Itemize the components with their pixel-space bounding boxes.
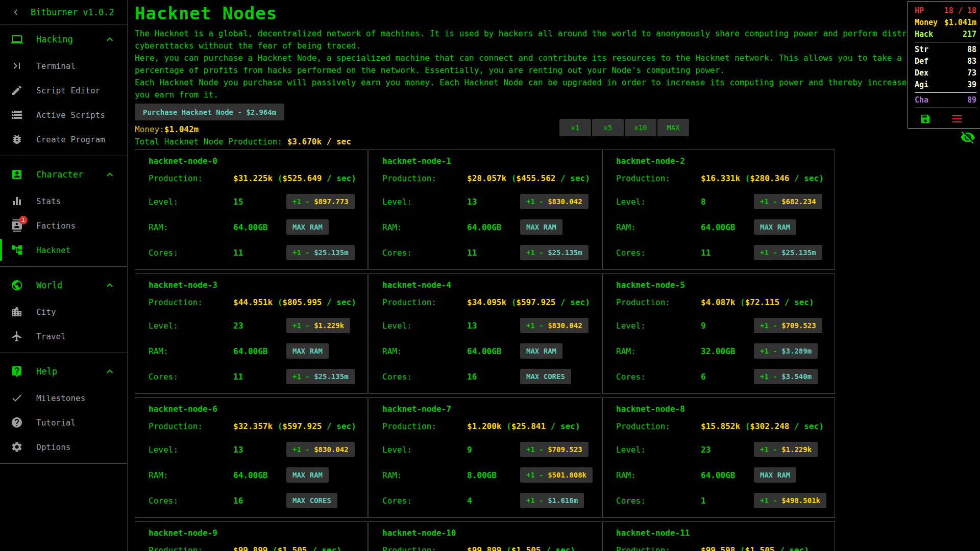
production-rate: $805.995 (282, 297, 322, 307)
hacknet-node-card: hacknet-node-7Production:$1.200k ($25.84… (369, 397, 601, 518)
max-cores-button[interactable]: MAX CORES (520, 369, 571, 384)
upgrade-level--button[interactable]: +1 - $830.042 (520, 318, 589, 333)
purchase-hacknet-node-button[interactable]: Purchase Hacknet Node - $2.964m (135, 104, 284, 120)
row-label: Cores: (149, 372, 233, 382)
sidebar-divider (0, 353, 127, 353)
stat-row-dex: Dex73 (915, 67, 976, 79)
upgrade-level--button[interactable]: +1 - $682.234 (754, 194, 822, 209)
multiplier-button-x10[interactable]: x10 (625, 119, 656, 136)
sidebar-section-hacking[interactable]: Hacking (0, 25, 127, 54)
hacknet-node-card: hacknet-node-3Production:$44.951k ($805.… (135, 273, 368, 394)
max-ram-button[interactable]: MAX RAM (286, 219, 329, 235)
row-value: 16 (467, 372, 520, 382)
upgrade-ram--button[interactable]: +1 - $501.808k (520, 467, 593, 483)
save-game-button[interactable] (920, 113, 931, 124)
upgrade-price: $498.501k (781, 496, 820, 505)
sidebar-item-label: Travel (36, 332, 66, 341)
row-value: 16 (233, 496, 286, 506)
row-label: Level: (149, 197, 233, 207)
description-line: Each Hacknet Node you purchase will pass… (135, 77, 980, 89)
row-label: Cores: (149, 248, 233, 258)
upgrade-ram--button[interactable]: +1 - $3.289m (754, 343, 818, 359)
row-label: RAM: (149, 222, 233, 232)
max-cores-button[interactable]: MAX CORES (286, 493, 337, 508)
upgrade-cores--button[interactable]: +1 - $25.135m (286, 369, 355, 384)
max-ram-button[interactable]: MAX RAM (520, 343, 562, 359)
upgrade-cores--button[interactable]: +1 - $3.540m (754, 369, 818, 384)
contacts-icon: 1 (11, 219, 23, 232)
sidebar-item-active-scripts[interactable]: Active Scripts (0, 103, 127, 127)
sidebar-item-label: Stats (36, 196, 61, 206)
sidebar-item-terminal[interactable]: Terminal (0, 54, 127, 78)
sidebar-section-character[interactable]: Character (0, 160, 127, 189)
upgrade-level--button[interactable]: +1 - $1.229k (286, 318, 350, 333)
sidebar-item-label: Active Scripts (36, 110, 105, 120)
production-total: $99.899 (233, 545, 267, 551)
max-ram-button[interactable]: MAX RAM (520, 219, 562, 235)
upgrade-level--button[interactable]: +1 - $709.523 (520, 442, 589, 457)
max-ram-button[interactable]: MAX RAM (754, 467, 796, 483)
hacknet-node-card: hacknet-node-2Production:$16.331k ($280.… (602, 149, 835, 270)
hacknet-nodes-grid: hacknet-node-0Production:$31.225k ($525.… (135, 149, 835, 551)
sidebar-item-milestones[interactable]: Milestones (0, 386, 127, 410)
bar-chart-icon (11, 195, 23, 207)
node-ram--row: RAM:64.00GBMAX RAM (616, 462, 828, 488)
player-money-row: Money:$1.042m (135, 124, 980, 135)
upgrade-cores--button[interactable]: +1 - $498.501k (754, 493, 826, 508)
hide-overlay-button[interactable] (960, 130, 975, 145)
sidebar-item-hacknet[interactable]: Hacknet (0, 238, 127, 262)
gear-icon (11, 441, 23, 453)
sidebar-item-travel[interactable]: Travel (0, 324, 127, 348)
upgrade-cores--button[interactable]: +1 - $25.135m (520, 245, 589, 260)
sidebar-item-city[interactable]: City (0, 299, 127, 324)
upgrade-level--button[interactable]: +1 - $1.229k (754, 442, 818, 457)
account-tree-icon (11, 244, 23, 256)
sidebar-item-create-program[interactable]: Create Program (0, 127, 127, 152)
node-cores--row: Cores:11+1 - $25.135m (382, 240, 595, 265)
node-level--row: Level:15+1 - $897.773 (149, 189, 361, 214)
row-label: Level: (616, 445, 701, 455)
row-value: 13 (233, 445, 286, 455)
sidebar-divider (0, 156, 127, 156)
collapse-sidebar-button[interactable] (10, 7, 21, 18)
node-level--row: Level:13+1 - $830.042 (382, 313, 595, 338)
sidebar-item-factions[interactable]: 1Factions (0, 213, 127, 238)
sidebar-section-world[interactable]: World (0, 271, 127, 299)
sidebar-item-script-editor[interactable]: Script Editor (0, 78, 127, 103)
sidebar-item-tutorial[interactable]: Tutorial (0, 410, 127, 435)
upgrade-level--button[interactable]: +1 - $709.523 (754, 318, 822, 333)
upgrade-cores--button[interactable]: +1 - $25.135m (754, 245, 822, 260)
sidebar-section-help[interactable]: Help (0, 357, 127, 386)
node-cores--row: Cores:11+1 - $25.135m (149, 364, 361, 389)
description-line: cyberattacks without the fear of being t… (135, 40, 980, 52)
production-label: Production: (149, 172, 233, 185)
max-ram-button[interactable]: MAX RAM (286, 467, 329, 483)
multiplier-button-x1[interactable]: x1 (559, 119, 591, 136)
pencil-icon (11, 84, 23, 96)
multiplier-button-max[interactable]: MAX (657, 119, 689, 136)
stat-label: Agi (915, 79, 928, 91)
node-name: hacknet-node-11 (616, 528, 828, 538)
stat-row-def: Def83 (915, 56, 976, 67)
node-production-row: Production:$44.951k ($805.995 / sec) (149, 296, 361, 309)
production-label: Production: (382, 172, 467, 185)
production-total: $99.899 (467, 545, 501, 551)
upgrade-cores--button[interactable]: +1 - $25.135m (286, 245, 355, 260)
node-level--row: Level:23+1 - $1.229k (616, 437, 828, 462)
row-value: 1 (701, 496, 754, 506)
max-ram-button[interactable]: MAX RAM (286, 343, 329, 359)
upgrade-cores--button[interactable]: +1 - $1.616m (520, 493, 584, 508)
upgrade-level--button[interactable]: +1 - $897.773 (286, 194, 355, 209)
upgrade-level--button[interactable]: +1 - $830.042 (286, 442, 355, 457)
max-ram-button[interactable]: MAX RAM (754, 219, 796, 235)
upgrade-level--button[interactable]: +1 - $830.042 (520, 194, 589, 209)
row-value: 11 (233, 248, 286, 258)
red-lines-icon[interactable] (952, 113, 962, 124)
stat-value: 217 (963, 29, 976, 40)
sidebar-item-options[interactable]: Options (0, 435, 127, 459)
row-value: 32.00GB (701, 346, 754, 356)
sidebar-section-label: Character (36, 169, 83, 180)
node-ram--row: RAM:64.00GBMAX RAM (382, 214, 595, 240)
multiplier-button-x5[interactable]: x5 (592, 119, 624, 136)
sidebar-item-stats[interactable]: Stats (0, 189, 127, 213)
